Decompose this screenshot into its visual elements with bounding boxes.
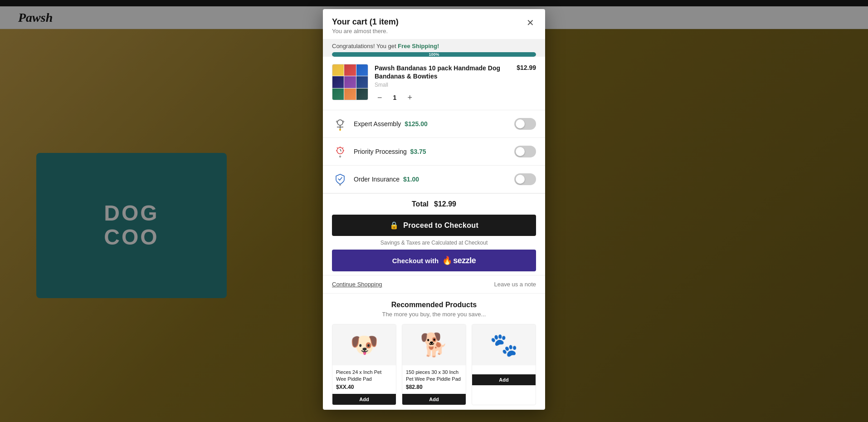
bandana-cell-9 — [356, 88, 368, 100]
total-row: Total $12.99 — [323, 193, 545, 215]
expert-assembly-label: Expert Assembly $125.00 — [354, 120, 509, 128]
order-insurance-slider — [514, 173, 536, 185]
svg-point-5 — [343, 121, 344, 123]
bandana-cell-2 — [344, 64, 356, 76]
priority-processing-toggle[interactable] — [514, 146, 536, 157]
bandana-cell-6 — [356, 76, 368, 88]
rec-dog-3-icon: 🐾 — [490, 332, 518, 358]
rec-product-1-image: 🐶 — [332, 324, 396, 365]
item-variant: Small — [375, 82, 510, 88]
modal-backdrop: Your cart (1 item) You are almost there.… — [0, 0, 868, 422]
priority-processing-icon — [332, 143, 348, 160]
rec-product-2-body: 150 pieces 30 x 30 Inch Pet Wee Pee Pidd… — [402, 365, 466, 394]
order-insurance-price: $1.00 — [403, 176, 419, 183]
shipping-text: Congratulations! You get Free Shipping! — [332, 43, 536, 49]
rec-product-2-image: 🐕 — [402, 324, 466, 365]
rec-product-2-name: 150 pieces 30 x 30 Inch Pet Wee Pee Pidd… — [406, 369, 462, 382]
svg-line-8 — [342, 147, 343, 148]
sezzle-name-label: sezzle — [453, 256, 476, 265]
priority-processing-slider — [514, 146, 536, 157]
continue-shopping-button[interactable]: Continue Shopping — [332, 281, 382, 288]
checkout-button[interactable]: 🔒 Proceed to Checkout — [332, 215, 536, 236]
lock-icon: 🔒 — [390, 221, 399, 230]
modal-title-block: Your cart (1 item) You are almost there. — [332, 17, 399, 34]
item-image-grid — [332, 64, 368, 100]
rec-product-1-add-button[interactable]: Add — [332, 394, 396, 405]
svg-point-2 — [340, 129, 341, 131]
quantity-increase-button[interactable]: + — [405, 93, 415, 103]
bandana-cell-5 — [344, 76, 356, 88]
expert-assembly-icon — [332, 116, 348, 132]
sezzle-checkout-with-label: Checkout with — [392, 257, 439, 265]
bandana-cell-1 — [332, 64, 344, 76]
addon-order-insurance: Order Insurance $1.00 — [323, 166, 545, 193]
bandana-cell-8 — [344, 88, 356, 100]
close-button[interactable]: ✕ — [525, 17, 536, 28]
item-name: Pawsh Bandanas 10 pack Handmade Dog Band… — [375, 64, 510, 80]
leave-note-button[interactable]: Leave us a note — [494, 281, 536, 288]
recommended-product-2: 🐕 150 pieces 30 x 30 Inch Pet Wee Pee Pi… — [402, 324, 466, 405]
order-insurance-label: Order Insurance $1.00 — [354, 176, 509, 183]
recommended-subtitle: The more you buy, the more you save... — [332, 311, 536, 318]
sezzle-flame-icon: 🔥 — [442, 255, 452, 265]
rec-product-1-name: Pieces 24 x Inch Pet Wee Piddle Pad — [336, 369, 392, 382]
rec-product-3-image: 🐾 — [472, 324, 536, 365]
progress-label: 100% — [429, 52, 439, 57]
rec-product-1-price: $XX.40 — [336, 384, 392, 390]
recommended-product-1: 🐶 Pieces 24 x Inch Pet Wee Piddle Pad $X… — [332, 324, 396, 405]
modal-header: Your cart (1 item) You are almost there.… — [323, 9, 545, 39]
addon-priority-processing: Priority Processing $3.75 — [323, 138, 545, 166]
recommended-section: Recommended Products The more you buy, t… — [323, 293, 545, 410]
quantity-value: 1 — [390, 94, 400, 101]
total-label: Total — [412, 200, 429, 208]
rec-product-2-add-button[interactable]: Add — [402, 394, 466, 405]
recommended-products: 🐶 Pieces 24 x Inch Pet Wee Piddle Pad $X… — [332, 324, 536, 405]
modal-title: Your cart (1 item) — [332, 17, 399, 27]
modal-subtitle: You are almost there. — [332, 28, 399, 34]
expert-assembly-slider — [514, 118, 536, 130]
shipping-banner: Congratulations! You get Free Shipping! … — [323, 39, 545, 57]
svg-point-0 — [337, 120, 343, 125]
svg-line-12 — [340, 149, 341, 151]
sezzle-checkout-button[interactable]: Checkout with 🔥 sezzle — [332, 250, 536, 271]
recommended-product-3: 🐾 Add — [472, 324, 536, 405]
rec-dog-2-icon: 🐕 — [420, 332, 448, 358]
total-value: $12.99 — [434, 200, 456, 208]
rec-product-1-body: Pieces 24 x Inch Pet Wee Piddle Pad $XX.… — [332, 365, 396, 394]
svg-line-15 — [340, 177, 342, 180]
sezzle-logo: 🔥 sezzle — [442, 255, 476, 265]
rec-dog-1-icon: 🐶 — [350, 332, 378, 358]
item-qty-row: − 1 + — [375, 93, 510, 103]
recommended-title: Recommended Products — [332, 301, 536, 309]
free-shipping-label: Free Shipping! — [398, 43, 439, 49]
addon-expert-assembly: Expert Assembly $125.00 — [323, 110, 545, 138]
rec-product-3-add-button[interactable]: Add — [472, 374, 536, 385]
order-insurance-icon — [332, 171, 348, 187]
bandana-cell-3 — [356, 64, 368, 76]
cart-item: Pawsh Bandanas 10 pack Handmade Dog Band… — [323, 57, 545, 110]
priority-processing-price: $3.75 — [410, 148, 426, 155]
svg-line-10 — [337, 147, 338, 148]
svg-point-6 — [337, 147, 343, 154]
svg-point-13 — [340, 156, 341, 157]
order-insurance-toggle[interactable] — [514, 173, 536, 185]
rec-product-3-body — [472, 365, 536, 374]
rec-product-2-price: $82.80 — [406, 384, 462, 390]
bandana-cell-7 — [332, 88, 344, 100]
cart-modal: Your cart (1 item) You are almost there.… — [323, 9, 545, 410]
priority-processing-label: Priority Processing $3.75 — [354, 148, 509, 155]
bottom-links: Continue Shopping Leave us a note — [323, 275, 545, 293]
progress-bar-wrap: 100% — [332, 52, 536, 57]
quantity-decrease-button[interactable]: − — [375, 93, 385, 103]
item-info: Pawsh Bandanas 10 pack Handmade Dog Band… — [375, 64, 510, 103]
bandana-cell-4 — [332, 76, 344, 88]
expert-assembly-toggle[interactable] — [514, 118, 536, 130]
taxes-note: Savings & Taxes are Calculated at Checko… — [332, 240, 536, 246]
expert-assembly-price: $125.00 — [405, 120, 428, 128]
checkout-button-label: Proceed to Checkout — [403, 221, 478, 230]
svg-point-4 — [336, 121, 338, 123]
progress-bar-fill: 100% — [332, 52, 536, 57]
item-price: $12.99 — [517, 64, 536, 71]
